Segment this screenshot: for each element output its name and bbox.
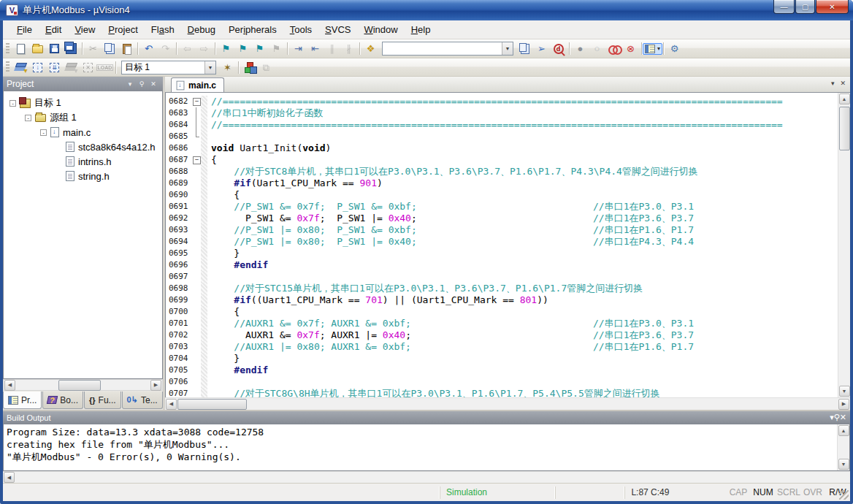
batch-build-button[interactable]	[63, 60, 80, 75]
code-line[interactable]: 0692 P_SW1 &= 0x7f; P_SW1 |= 0x40;//串口1在…	[166, 213, 838, 224]
tab-list-icon[interactable]: ▾	[831, 80, 835, 87]
menu-debug[interactable]: Debug	[181, 22, 222, 37]
menu-view[interactable]: View	[68, 22, 102, 37]
code-line[interactable]: 0691 //P_SW1 &= 0x7f; P_SW1 &= 0xbf;//串口…	[166, 201, 838, 213]
chevron-down-icon[interactable]: ▾	[657, 45, 660, 52]
code-line[interactable]: 0701 //AUXR1 &= 0x7f; AUXR1 &= 0xbf;//串口…	[166, 318, 838, 329]
breakpoint-margin[interactable]	[201, 388, 207, 397]
new-file-button[interactable]	[12, 41, 29, 56]
breakpoint-margin[interactable]	[201, 353, 207, 364]
breakpoint-margin[interactable]	[201, 96, 207, 107]
editor-hscrollbar[interactable]: ◀ ▶	[165, 397, 850, 410]
code-line[interactable]: 0693 //P_SW1 |= 0x80; P_SW1 &= 0xbf;//串口…	[166, 224, 838, 236]
outdent-button[interactable]: ⇤	[307, 41, 324, 56]
title-bar[interactable]: V 单片机Modbus - µVision4 — ▢ ✕	[0, 0, 853, 20]
target-select[interactable]: 目标 1▼	[121, 61, 216, 75]
minimize-button[interactable]: —	[773, 0, 795, 14]
breakpoint-margin[interactable]	[201, 142, 207, 154]
paste-button[interactable]	[118, 41, 135, 56]
code-line[interactable]: 0683//串口1中断初始化子函数	[166, 107, 838, 119]
save-all-button[interactable]	[63, 41, 80, 56]
build-output-vscrollbar[interactable]: ▲ ▼	[837, 424, 849, 470]
breakpoint-margin[interactable]	[201, 259, 207, 271]
code-line[interactable]: 0704 }	[166, 353, 838, 364]
panel-close-icon[interactable]: ✕	[840, 413, 846, 422]
editor-vscrollbar[interactable]: ▲ ▼	[838, 93, 850, 397]
resize-grip[interactable]	[839, 490, 849, 500]
stop-build-button[interactable]: ✕	[80, 60, 96, 75]
menu-svcs[interactable]: SVCS	[318, 22, 357, 37]
code-line[interactable]: 0686void Uart1_Init(void)	[166, 142, 838, 154]
build-button[interactable]: ↓	[29, 60, 46, 75]
code-line[interactable]: 0696 #endif	[166, 259, 838, 271]
tree-item-stc8a8k64s4a12.h[interactable]: stc8a8k64s4a12.h	[4, 140, 162, 154]
menu-tools[interactable]: Tools	[283, 22, 318, 37]
tree-item-string.h[interactable]: string.h	[4, 169, 162, 183]
breakpoint-margin[interactable]	[201, 201, 207, 213]
bookmark-prev-button[interactable]: ⚑	[234, 41, 251, 56]
close-button[interactable]: ✕	[816, 0, 849, 14]
tree-expander-icon[interactable]: -	[25, 115, 31, 121]
lookup-button[interactable]	[516, 41, 533, 56]
start-debug-button[interactable]: d	[550, 41, 567, 56]
breakpoint-margin[interactable]	[201, 318, 207, 329]
tree-item--1[interactable]: -源组 1	[4, 110, 162, 125]
configure-button[interactable]: ⚙	[666, 41, 683, 56]
breakpoint-margin[interactable]	[201, 131, 207, 142]
code-line[interactable]: 0707 //对于STC8G\8H单片机，其串口1可以在P3.0\P3.1、P1…	[166, 388, 838, 397]
breakpoint-margin[interactable]	[201, 189, 207, 201]
breakpoint-margin[interactable]	[201, 119, 207, 131]
tab-functions[interactable]: {}Fu...	[84, 392, 121, 409]
redo-button[interactable]: ↷	[157, 41, 174, 56]
breakpoint-margin[interactable]	[201, 306, 207, 318]
breakpoint-margin[interactable]	[201, 154, 207, 166]
breakpoint-margin[interactable]	[201, 364, 207, 376]
tab-close-icon[interactable]: ✕	[840, 80, 846, 87]
breakpoint-margin[interactable]	[201, 329, 207, 341]
panel-pin-icon[interactable]: ⚲	[136, 80, 148, 88]
options-for-target-button[interactable]: ✶	[219, 60, 236, 75]
code-line[interactable]: 0702 AUXR1 &= 0x7f; AUXR1 |= 0x40;//串口1在…	[166, 329, 838, 341]
indent-button[interactable]: ⇥	[290, 41, 307, 56]
code-line[interactable]: 0694 //P_SW1 |= 0x80; P_SW1 |= 0x40;//串口…	[166, 236, 838, 248]
breakpoint-margin[interactable]	[201, 271, 207, 283]
search-combo[interactable]: ▼	[382, 42, 513, 56]
breakpoint-margin[interactable]	[201, 224, 207, 236]
breakpoint-margin[interactable]	[201, 107, 207, 119]
find-in-files-button[interactable]: ❖	[362, 41, 379, 56]
scroll-up-icon[interactable]: ▲	[839, 93, 850, 104]
scroll-thumb[interactable]	[58, 380, 101, 391]
menu-help[interactable]: Help	[405, 22, 437, 37]
breakpoint-margin[interactable]	[201, 376, 207, 388]
toolbar-grip[interactable]	[6, 43, 9, 55]
cut-button[interactable]: ✂	[85, 41, 102, 56]
code-line[interactable]: 0695 }	[166, 248, 838, 259]
build-output-log[interactable]: Program Size: data=13.3 xdata=3088 code=…	[4, 424, 837, 470]
tree-item-intrins.h[interactable]: intrins.h	[4, 154, 162, 169]
project-tree[interactable]: -目标 1-源组 1-main.cstc8a8k64s4a12.hintrins…	[3, 91, 163, 379]
scroll-right-icon[interactable]: ▶	[150, 380, 161, 391]
scroll-down-icon[interactable]: ▼	[839, 386, 850, 397]
show-project-window-button[interactable]: ▾	[644, 41, 661, 56]
breakpoint-margin[interactable]	[201, 341, 207, 353]
code-line[interactable]: 0705 #endif	[166, 364, 838, 376]
code-line[interactable]: 0685	[166, 131, 838, 142]
scroll-thumb[interactable]	[177, 399, 247, 410]
bookmark-next-button[interactable]: ⚑	[251, 41, 268, 56]
tree-item--1[interactable]: -目标 1	[4, 96, 162, 110]
manage-rte-button[interactable]	[241, 60, 258, 75]
breakpoint-margin[interactable]	[201, 294, 207, 306]
menu-edit[interactable]: Edit	[39, 22, 68, 37]
scroll-right-icon[interactable]: ▶	[838, 399, 849, 410]
undo-button[interactable]: ↶	[140, 41, 157, 56]
breakpoint-margin[interactable]	[201, 213, 207, 224]
menu-file[interactable]: File	[10, 22, 39, 37]
menu-peripherals[interactable]: Peripherals	[222, 22, 283, 37]
tab-books[interactable]: ?Bo...	[42, 392, 83, 409]
target-select-value[interactable]: 目标 1	[122, 61, 204, 74]
tab-main-c[interactable]: main.c	[171, 77, 224, 92]
breakpoint-enable-button[interactable]: ○	[589, 41, 605, 56]
uncomment-button[interactable]: ∦	[340, 41, 357, 56]
scroll-left-icon[interactable]: ◀	[4, 472, 15, 483]
project-hscrollbar[interactable]: ◀ ▶	[3, 379, 163, 391]
